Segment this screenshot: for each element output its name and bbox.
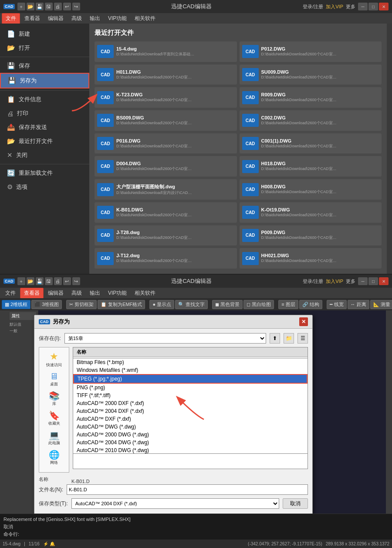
b-open-icon[interactable]: 📂 — [27, 277, 34, 285]
menu-advanced[interactable]: 高级 — [68, 14, 85, 24]
sidebar-item-options[interactable]: ⚙ 选项 — [0, 180, 89, 194]
recent-scrollbar[interactable] — [387, 24, 392, 274]
btn-linewidth[interactable]: ━ 线宽 — [327, 300, 347, 309]
quick-access-star[interactable]: ★ 快速访问 — [46, 351, 62, 368]
filetype-item[interactable]: AutoCAD™ 2004 DWG (*.dwg) — [73, 439, 308, 446]
btn-3dview[interactable]: ⬛ 3维视图 — [31, 300, 62, 309]
minimize-btn[interactable]: ─ — [358, 3, 368, 10]
btn-layer[interactable]: ≡ 图层 — [278, 300, 298, 309]
btn-showpt[interactable]: ● 显示点 — [149, 300, 174, 309]
new-file-icon[interactable]: ＋ — [17, 3, 25, 10]
b-saveas-icon[interactable]: 🖫 — [45, 277, 53, 285]
sidebar-item-print[interactable]: 🖨 打印 — [0, 106, 89, 120]
b-menu-related[interactable]: 相关软件 — [131, 288, 159, 298]
menu-viewer[interactable]: 查看器 — [21, 14, 44, 24]
file-item[interactable]: CAD P009.DWG D:\BaiduNetdiskDownload\260… — [240, 225, 382, 246]
file-item[interactable]: CAD R009.DWG D:\BaiduNetdiskDownload\260… — [240, 87, 382, 108]
dialog-up-btn[interactable]: ⬆ — [270, 333, 280, 344]
btn-measure[interactable]: 📐 测量 — [370, 300, 392, 309]
btn-distance[interactable]: ↔ 距离 — [348, 300, 369, 309]
b-menu-vip[interactable]: VIP功能 — [105, 288, 130, 298]
dialog-new-folder-btn[interactable]: 📁 — [284, 333, 294, 344]
b-minimize-btn[interactable]: ─ — [358, 277, 368, 285]
saveas-icon[interactable]: 🖫 — [45, 3, 53, 10]
dialog-close-btn[interactable]: ✕ — [299, 317, 308, 326]
quick-access-computer[interactable]: 💻 此电脑 — [48, 430, 60, 446]
btn-emf[interactable]: 📋 复制为EMF格式 — [98, 300, 145, 309]
sidebar-item-save[interactable]: 💾 保存 — [0, 59, 89, 73]
file-item[interactable]: CAD C001(1).DWG D:\BaiduNetdiskDownload\… — [240, 133, 382, 154]
b-redo-icon[interactable]: ↪ — [72, 277, 80, 285]
b-login-btn[interactable]: 登录/注册 — [303, 278, 323, 285]
b-more-btn[interactable]: 更多 — [346, 278, 355, 285]
btn-findtext[interactable]: 🔍 查找文字 — [175, 300, 208, 309]
b-print-icon[interactable]: 🖨 — [54, 277, 62, 285]
b-menu-advanced[interactable]: 高级 — [68, 288, 85, 298]
b-close-btn[interactable]: ✕ — [379, 277, 389, 285]
file-item[interactable]: CAD C002.DWG D:\BaiduNetdiskDownload\260… — [240, 110, 382, 131]
file-item[interactable]: CAD J-T12.dwg D:\BaiduNetdiskDownload\26… — [95, 248, 237, 269]
file-item[interactable]: CAD 15-4.dwg D:\BaiduNetdiskDownload\平面到… — [95, 41, 237, 62]
file-item[interactable]: CAD J-T28.dwg D:\BaiduNetdiskDownload\26… — [95, 225, 237, 246]
sidebar-item-reload[interactable]: 🔄 重新加载文件 — [0, 166, 89, 180]
filetype-item[interactable]: AutoCAD™ 2000 DWG (*.dwg) — [73, 431, 308, 439]
maximize-btn[interactable]: □ — [368, 3, 378, 10]
redo-icon[interactable]: ↪ — [72, 3, 80, 10]
b-menu-editor[interactable]: 编辑器 — [44, 288, 67, 298]
filetype-item[interactable]: AutoCAD™ 2000 DXF (*.dxf) — [73, 399, 308, 407]
sidebar-item-open[interactable]: 📂 打开 — [0, 41, 89, 55]
filetype-item[interactable]: PNG (*.png) — [73, 384, 308, 391]
quick-access-network[interactable]: 🌐 网络 — [49, 449, 60, 466]
sidebar-item-new[interactable]: 📄 新建 — [0, 27, 89, 41]
file-item[interactable]: CAD K-T23.DWG D:\BaiduNetdiskDownload\26… — [95, 87, 237, 108]
file-item[interactable]: CAD H018.DWG D:\BaiduNetdiskDownload\260… — [240, 156, 382, 177]
file-item[interactable]: CAD 大户型顶棚平面图绘制.dwg D:\BaiduNetdiskDownlo… — [95, 179, 237, 200]
top-vip-btn[interactable]: 加入VIP — [326, 3, 343, 10]
save-icon[interactable]: 💾 — [36, 3, 44, 10]
dialog-cancel-btn[interactable]: 取消 — [283, 498, 308, 509]
sidebar-item-close[interactable]: ✕ 关闭 — [0, 148, 89, 162]
file-item[interactable]: CAD BS009.DWG D:\BaiduNetdiskDownload\26… — [95, 110, 237, 131]
b-save-icon[interactable]: 💾 — [36, 277, 44, 285]
btn-blackbg[interactable]: ◼ 黑色背景 — [212, 300, 243, 309]
menu-related[interactable]: 相关软件 — [131, 14, 159, 24]
file-item[interactable]: CAD K-Ot19.DWG D:\BaiduNetdiskDownload\2… — [240, 202, 382, 223]
btn-cutframe[interactable]: ✂ 剪切框架 — [66, 300, 97, 309]
sidebar-item-recent[interactable]: 📂 最近打开文件 — [0, 134, 89, 148]
filetype-item[interactable]: Bitmap Files (*.bmp) — [73, 358, 308, 366]
close-btn[interactable]: ✕ — [379, 3, 389, 10]
b-maximize-btn[interactable]: □ — [368, 277, 378, 285]
file-item[interactable]: CAD H008.DWG D:\BaiduNetdiskDownload\260… — [240, 179, 382, 200]
file-item[interactable]: CAD K-B01.DWG D:\BaiduNetdiskDownload\26… — [95, 202, 237, 223]
quick-access-bookmarks[interactable]: 🔖 收藏夹 — [48, 410, 60, 426]
file-item[interactable]: CAD P012.DWG D:\BaiduNetdiskDownload\260… — [240, 41, 382, 62]
quick-access-desktop[interactable]: 🖥 桌面 — [50, 371, 58, 387]
btn-blackdraw[interactable]: ◻ 黑白绘图 — [243, 300, 274, 309]
sidebar-item-fileinfo[interactable]: 📋 文件信息 — [0, 92, 89, 106]
filetype-dropdown[interactable]: Bitmap Files (*.bmp)Windows Metafiles (*… — [73, 358, 308, 454]
b-vip-btn[interactable]: 加入VIP — [326, 278, 343, 285]
menu-file[interactable]: 文件 — [2, 13, 20, 24]
btn-2wire[interactable]: ▦ 2维线框 — [2, 300, 30, 309]
undo-icon[interactable]: ↩ — [63, 3, 71, 10]
filetype-item[interactable]: TPEG (*.jpg;*.jpeg) — [73, 374, 308, 384]
b-menu-output[interactable]: 输出 — [86, 288, 104, 298]
b-new-icon[interactable]: ＋ — [17, 277, 25, 285]
print-icon[interactable]: 🖨 — [54, 3, 62, 10]
filetype-item[interactable]: AutoCAD™ DWG (*.dwg) — [73, 423, 308, 431]
filetype-item[interactable]: AutoCAD™ 2004 DXF (*.dxf) — [73, 407, 308, 415]
b-menu-file[interactable]: 文件 — [2, 288, 19, 298]
menu-output[interactable]: 输出 — [86, 14, 104, 24]
top-more-btn[interactable]: 更多 — [346, 3, 355, 10]
sidebar-item-savesend[interactable]: 📤 保存并发送 — [0, 120, 89, 134]
quick-access-library[interactable]: 📚 库 — [49, 391, 60, 407]
file-item[interactable]: CAD D004.DWG D:\BaiduNetdiskDownload\260… — [95, 156, 237, 177]
filetype-item[interactable]: Windows Metafiles (*.wmf) — [73, 366, 308, 374]
filetype-item[interactable]: AutoCAD™ DXF (*.dxf) — [73, 415, 308, 423]
dialog-view-btn[interactable]: ☰ — [297, 333, 308, 344]
dialog-filetype-select[interactable]: AutoCAD™ 2004 DXF (*.dxf) — [71, 498, 279, 509]
menu-vip[interactable]: VIP功能 — [105, 14, 130, 24]
filetype-item[interactable]: AutoCAD™ 2010 DWG (*.dwg) — [73, 446, 308, 454]
file-item[interactable]: CAD SU009.DWG D:\BaiduNetdiskDownload\26… — [240, 65, 382, 85]
dialog-filename-input[interactable] — [67, 484, 308, 495]
